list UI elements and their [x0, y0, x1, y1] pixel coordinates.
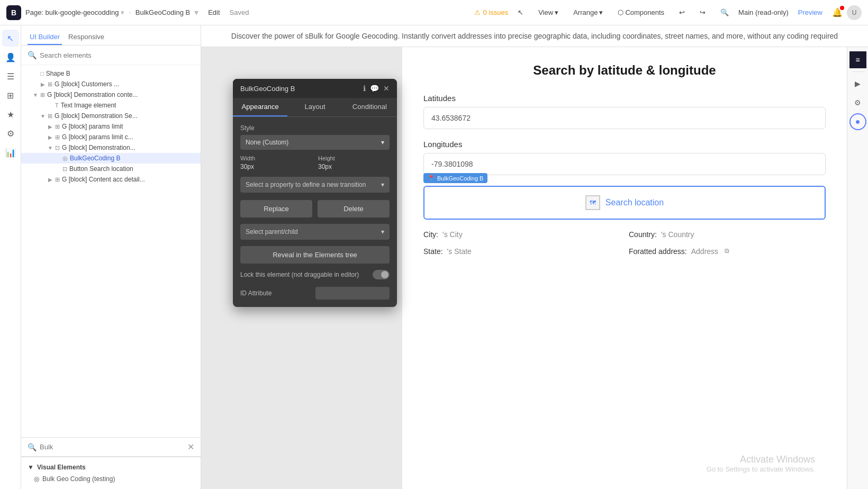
elements-tree: □ Shape B ▶ ⊞ G [block] Customers ... ▼ … — [21, 65, 201, 437]
right-toolbar-item-3[interactable]: ⚙ — [849, 94, 866, 111]
icon-bar-people[interactable]: 👤 — [2, 49, 19, 66]
tree-item-demo-se[interactable]: ▼ ⊞ G [block] Demonstration Se... — [21, 111, 201, 121]
notification-icon[interactable]: 🔔 — [832, 7, 843, 17]
tree-item-text-image[interactable]: T Text Image element — [21, 100, 201, 111]
icon-bar-settings[interactable]: ⚙ — [2, 125, 19, 142]
undo-button[interactable]: ↩ — [674, 6, 690, 19]
tree-item-demonstration[interactable]: ▼ ⊡ G [block] Demonstration... — [21, 142, 201, 153]
subtitle-bar: Discover the power of sBulk for Google G… — [201, 25, 868, 47]
edit-button[interactable]: Edit — [203, 6, 225, 19]
right-toolbar: ≡ ▶ ⚙ ● — [847, 47, 868, 489]
arrange-button[interactable]: Arrange▾ — [568, 6, 608, 19]
cursor-tool-button[interactable]: ↖ — [512, 6, 529, 19]
icon-bar-chart[interactable]: 📊 — [2, 144, 19, 161]
search-button-topbar[interactable]: 🔍 — [715, 6, 734, 19]
icon-bar-grid[interactable]: ⊞ — [2, 87, 19, 104]
user-avatar[interactable]: U — [847, 5, 862, 20]
visual-elements-header[interactable]: ▼ Visual Elements — [21, 461, 201, 473]
map-icon: 🗺 — [585, 195, 600, 210]
tree-item-bulkgeocoding-b[interactable]: ◎ BulkGeoCoding B — [21, 153, 201, 164]
visual-elements-section: ▼ Visual Elements ◎ Bulk Geo Coding (tes… — [21, 457, 201, 489]
search-elements-input[interactable] — [40, 51, 194, 59]
components-button[interactable]: ⬡ Components — [612, 6, 670, 19]
id-attribute-input[interactable] — [315, 287, 390, 300]
transition-dropdown[interactable]: Select a property to define a new transi… — [240, 177, 390, 193]
reveal-elements-tree-button[interactable]: Reveal in the Elements tree — [240, 246, 390, 264]
element-icon-visual: ◎ — [34, 475, 39, 483]
dialog-panel: BulkGeoCoding B ℹ 💬 ✕ Appearance Layout … — [233, 79, 397, 307]
element-badge: 📍 BulkGeoCoding B — [423, 173, 487, 183]
bulk-search-icon: 🔍 — [28, 443, 37, 451]
delete-button[interactable]: Delete — [318, 200, 390, 218]
tab-ui-builder[interactable]: UI Builder — [28, 30, 62, 45]
dialog-header: BulkGeoCoding B ℹ 💬 ✕ — [233, 79, 397, 98]
longitudes-label: Longitudes — [423, 140, 826, 149]
info-grid: City: 's City Country: 's Country State:… — [423, 230, 826, 256]
copy-icon[interactable]: ⧉ — [725, 247, 729, 256]
right-toolbar-sep — [852, 71, 864, 72]
page-label: Page: bulk-google-geocodding ▾ — [25, 8, 124, 16]
dialog-tab-conditional[interactable]: Conditional — [342, 98, 397, 116]
close-icon[interactable]: ✕ — [383, 84, 390, 93]
dashed-icon-2: ⊡ — [62, 166, 67, 173]
dialog-tabs: Appearance Layout Conditional — [233, 98, 397, 117]
chevron-down-icon: ▼ — [28, 464, 34, 471]
style-dropdown[interactable]: None (Custom) ▾ — [240, 135, 390, 150]
dialog-tab-appearance[interactable]: Appearance — [233, 98, 287, 116]
longitudes-input[interactable] — [423, 153, 826, 175]
block-icon-4: ⊞ — [55, 123, 60, 130]
formatted-address-item: Foratted address: Address ⧉ — [629, 247, 826, 256]
view-button[interactable]: View▾ — [533, 6, 564, 19]
search-location-button[interactable]: 🗺 Search location — [423, 186, 826, 220]
tab-responsive[interactable]: Responsive — [66, 30, 106, 45]
icon-bar-star[interactable]: ★ — [2, 106, 19, 123]
search-icon: 🔍 — [28, 51, 37, 59]
issues-indicator[interactable]: ⚠ 0 issues — [474, 8, 508, 16]
redo-button[interactable]: ↪ — [694, 6, 711, 19]
dialog-body: Style None (Custom) ▾ Width 30px Height … — [233, 117, 397, 307]
comment-icon[interactable]: 💬 — [370, 84, 379, 93]
tree-item-params-limit[interactable]: ▶ ⊞ G [block] params limit — [21, 121, 201, 132]
info-icon[interactable]: ℹ — [363, 84, 366, 93]
right-toolbar-item-4[interactable]: ● — [849, 113, 866, 130]
saved-status: Saved — [230, 8, 249, 16]
right-toolbar-item-2[interactable]: ▶ — [849, 75, 866, 92]
bulk-search-input[interactable] — [40, 443, 184, 451]
left-panel: UI Builder Responsive 🔍 □ Shape B ▶ ⊞ G … — [21, 25, 201, 489]
main-readonly-label: Main (read-only) — [738, 8, 789, 16]
icon-bar-cursor[interactable]: ↖ — [2, 30, 19, 47]
tree-item-btn-search[interactable]: ⊡ Button Search location — [21, 164, 201, 174]
longitudes-group: Longitudes — [423, 140, 826, 175]
page-content: Search by latitude & longitude Latitudes… — [402, 47, 847, 489]
warning-icon: ⚠ — [474, 8, 481, 16]
block-icon-2: ⊞ — [40, 92, 45, 98]
bulk-search-close-icon[interactable]: ✕ — [187, 442, 194, 452]
latitudes-input[interactable] — [423, 107, 826, 129]
preview-button[interactable]: Preview — [793, 6, 828, 19]
chevron-down-icon-style: ▾ — [381, 139, 384, 146]
left-panel-tabs: UI Builder Responsive — [21, 25, 201, 46]
dialog-title: BulkGeoCoding B — [240, 85, 295, 93]
red-arrow-annotation — [402, 111, 413, 153]
dashed-block-icon: ⊡ — [55, 144, 60, 151]
icon-bar-layers[interactable]: ☰ — [2, 68, 19, 85]
id-attribute-row: ID Attribute — [240, 287, 390, 300]
app-logo: B — [6, 5, 21, 20]
transition-section: Select a property to define a new transi… — [240, 177, 390, 193]
tree-item-content-acc[interactable]: ▶ ⊞ G [block] Content acc detail... — [21, 174, 201, 185]
activate-windows-overlay: Activate Windows Go to Settings to activ… — [707, 454, 815, 473]
replace-button[interactable]: Replace — [240, 200, 312, 218]
parent-child-dropdown[interactable]: Select parent/child ▾ — [240, 224, 390, 240]
tree-item-shape-b[interactable]: □ Shape B — [21, 68, 201, 79]
dialog-tab-layout[interactable]: Layout — [287, 98, 342, 116]
lock-toggle[interactable] — [373, 270, 390, 279]
tree-item-customers[interactable]: ▶ ⊞ G [block] Customers ... — [21, 79, 201, 89]
pin-icon: 📍 — [428, 175, 435, 182]
right-toolbar-item-1[interactable]: ≡ — [849, 51, 866, 68]
page-title: Search by latitude & longitude — [423, 63, 826, 78]
style-label: Style — [240, 124, 390, 132]
tree-item-demo-conte[interactable]: ▼ ⊞ G [block] Demonstration conte... — [21, 89, 201, 100]
size-row: Width 30px Height 30px — [240, 155, 390, 170]
tree-item-params-limit-c[interactable]: ▶ ⊞ G [block] params limit c... — [21, 132, 201, 142]
visual-item-bulk-geo[interactable]: ◎ Bulk Geo Coding (testing) — [21, 473, 201, 485]
